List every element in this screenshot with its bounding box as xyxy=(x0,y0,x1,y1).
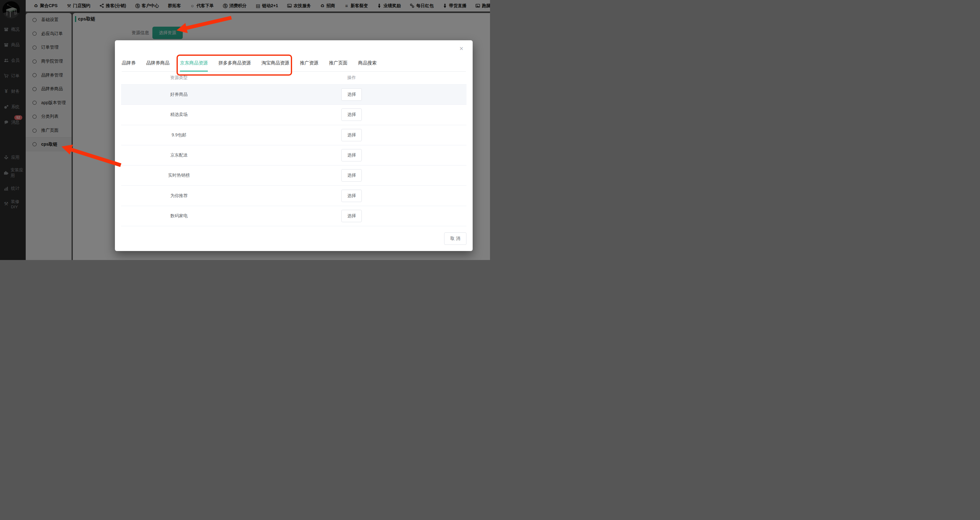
resource-tab[interactable]: 推广页面 xyxy=(329,60,347,72)
cancel-button[interactable]: 取 消 xyxy=(444,233,466,245)
resource-tab[interactable]: 推广资源 xyxy=(300,60,318,72)
resource-type-cell: 为你推荐 xyxy=(121,193,237,199)
resource-tab[interactable]: 品牌券 xyxy=(122,60,136,72)
resource-dialog: × 品牌券品牌券商品京东商品资源拼多多商品资源淘宝商品资源推广资源推广页面商品搜… xyxy=(115,40,473,251)
action-cell: 选择 xyxy=(237,129,466,141)
table-body: 好券商品 选择 精选卖场 选择 9.9包邮 选择 京东配送 xyxy=(121,85,466,226)
action-cell: 选择 xyxy=(237,190,466,202)
resource-type-cell: 好券商品 xyxy=(121,92,237,97)
resource-tab[interactable]: 京东商品资源 xyxy=(180,60,208,72)
screen: ♻ 聚合CPS ⚒ 门店预约 推客(分销) Ⓢ 客户中心 群拓客 ○ 代客下单 … xyxy=(0,0,490,260)
resource-type-cell: 9.9包邮 xyxy=(121,132,237,138)
row-select-button[interactable]: 选择 xyxy=(341,149,362,161)
action-cell: 选择 xyxy=(237,88,466,101)
resource-type-cell: 精选卖场 xyxy=(121,112,237,118)
resource-table: 资源类型 操作 好券商品 选择 精选卖场 选择 9.9包邮 xyxy=(121,71,466,226)
row-select-button[interactable]: 选择 xyxy=(341,88,362,101)
table-row: 好券商品 选择 xyxy=(121,85,466,105)
resource-type-cell: 数码家电 xyxy=(121,213,237,219)
table-header: 资源类型 操作 xyxy=(121,71,466,85)
action-cell: 选择 xyxy=(237,108,466,121)
resource-type-cell: 实时热销榜 xyxy=(121,172,237,178)
resource-type-cell: 京东配送 xyxy=(121,153,237,158)
table-row: 京东配送 选择 xyxy=(121,145,466,166)
modal-footer: 取 消 xyxy=(444,233,466,245)
resource-tab[interactable]: 淘宝商品资源 xyxy=(261,60,289,72)
action-cell: 选择 xyxy=(237,169,466,182)
table-row: 9.9包邮 选择 xyxy=(121,125,466,145)
row-select-button[interactable]: 选择 xyxy=(341,190,362,202)
column-header-type: 资源类型 xyxy=(121,75,237,81)
column-header-action: 操作 xyxy=(237,75,466,81)
resource-tab[interactable]: 商品搜索 xyxy=(358,60,377,72)
action-cell: 选择 xyxy=(237,149,466,161)
action-cell: 选择 xyxy=(237,210,466,222)
resource-tabs: 品牌券品牌券商品京东商品资源拼多多商品资源淘宝商品资源推广资源推广页面商品搜索 xyxy=(122,40,466,72)
table-row: 数码家电 选择 xyxy=(121,206,466,226)
resource-tab[interactable]: 拼多多商品资源 xyxy=(218,60,251,72)
row-select-button[interactable]: 选择 xyxy=(341,169,362,182)
row-select-button[interactable]: 选择 xyxy=(341,129,362,141)
row-select-button[interactable]: 选择 xyxy=(341,108,362,121)
table-row: 精选卖场 选择 xyxy=(121,105,466,125)
resource-tab[interactable]: 品牌券商品 xyxy=(146,60,169,72)
table-row: 为你推荐 选择 xyxy=(121,186,466,206)
table-row: 实时热销榜 选择 xyxy=(121,166,466,186)
row-select-button[interactable]: 选择 xyxy=(341,210,362,222)
